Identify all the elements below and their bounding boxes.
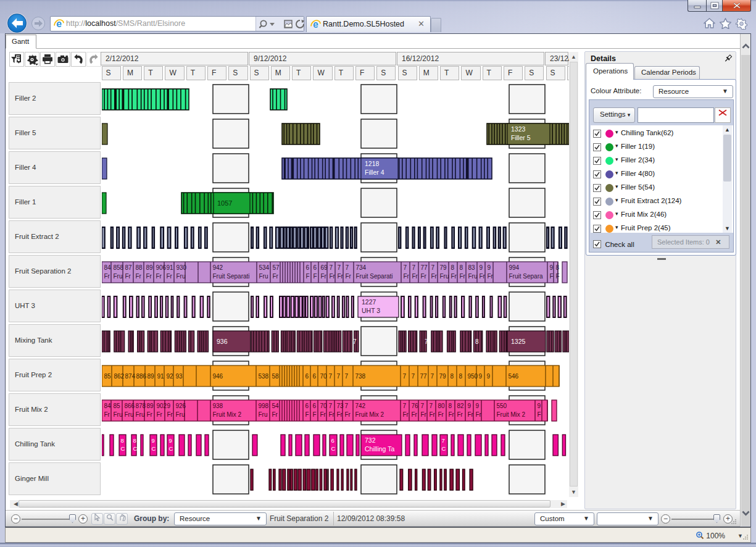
svg-text:77: 77 xyxy=(421,264,428,271)
svg-text:Fru: Fru xyxy=(468,273,478,280)
svg-text:942: 942 xyxy=(213,264,223,271)
svg-text:C: C xyxy=(133,445,138,452)
svg-text:7: 7 xyxy=(337,373,341,380)
svg-text:6: 6 xyxy=(313,373,317,380)
svg-text:Fr: Fr xyxy=(272,411,278,418)
svg-text:742: 742 xyxy=(355,403,366,409)
svg-text:F: F xyxy=(306,273,310,280)
svg-text:998: 998 xyxy=(259,403,269,409)
svg-text:886: 886 xyxy=(136,373,147,380)
svg-text:Filler 4: Filler 4 xyxy=(365,169,384,176)
svg-text:7: 7 xyxy=(404,264,407,271)
svg-text:69: 69 xyxy=(321,264,328,271)
svg-text:91: 91 xyxy=(167,264,174,271)
svg-text:Fr: Fr xyxy=(488,273,494,280)
svg-text:UHT 3: UHT 3 xyxy=(362,307,380,314)
svg-text:9: 9 xyxy=(152,437,155,444)
svg-text:Fr: Fr xyxy=(125,273,131,280)
svg-text:84: 84 xyxy=(104,403,112,409)
svg-text:8: 8 xyxy=(451,264,455,271)
svg-text:Fru: Fru xyxy=(177,273,186,280)
svg-text:91: 91 xyxy=(157,373,165,380)
svg-text:Fr: Fr xyxy=(338,273,344,280)
svg-text:7: 7 xyxy=(329,373,333,380)
svg-text:F: F xyxy=(305,411,309,418)
svg-text:Fru: Fru xyxy=(259,273,268,280)
svg-text:9: 9 xyxy=(488,264,491,271)
svg-text:70: 70 xyxy=(320,373,328,380)
svg-text:79: 79 xyxy=(440,264,447,271)
svg-text:7: 7 xyxy=(403,373,407,380)
svg-text:1057: 1057 xyxy=(217,199,232,207)
svg-text:926: 926 xyxy=(176,403,186,409)
svg-text:994: 994 xyxy=(509,264,520,271)
svg-text:Fr: Fr xyxy=(337,411,343,418)
svg-text:Filler 5: Filler 5 xyxy=(511,134,531,141)
svg-text:Fr: Fr xyxy=(167,273,173,280)
svg-text:8: 8 xyxy=(451,373,454,380)
svg-text:Fr: Fr xyxy=(431,273,438,280)
svg-text:73: 73 xyxy=(337,403,344,409)
svg-text:88: 88 xyxy=(136,264,143,271)
svg-text:6: 6 xyxy=(306,264,310,271)
svg-text:77: 77 xyxy=(420,373,428,380)
svg-text:89: 89 xyxy=(147,403,154,409)
svg-text:Fru: Fru xyxy=(125,411,134,418)
svg-text:Fr: Fr xyxy=(156,273,162,280)
svg-text:Fru: Fru xyxy=(114,273,123,280)
svg-text:6: 6 xyxy=(305,403,309,409)
svg-text:6: 6 xyxy=(305,373,309,380)
svg-text:Chilling Ta: Chilling Ta xyxy=(365,445,394,453)
svg-text:734: 734 xyxy=(356,264,367,271)
svg-text:Fr: Fr xyxy=(421,273,427,280)
svg-text:Fr: Fr xyxy=(476,411,482,418)
svg-text:Fr: Fr xyxy=(430,411,436,418)
svg-text:9: 9 xyxy=(480,264,483,271)
svg-text:83: 83 xyxy=(468,264,476,271)
svg-text:858: 858 xyxy=(114,264,124,271)
svg-text:Fr: Fr xyxy=(460,273,466,280)
svg-text:Fr: Fr xyxy=(480,273,486,280)
svg-text:Fru: Fru xyxy=(440,273,449,280)
svg-text:Fr: Fr xyxy=(412,273,418,280)
svg-text:Fr: Fr xyxy=(421,411,427,418)
svg-text:Fruit Separati: Fruit Separati xyxy=(213,273,250,280)
svg-text:Fru: Fru xyxy=(259,411,268,418)
svg-text:70: 70 xyxy=(320,403,328,409)
svg-text:93: 93 xyxy=(176,373,183,380)
svg-text:F: F xyxy=(314,273,317,280)
svg-text:C: C xyxy=(121,445,125,452)
svg-text:950: 950 xyxy=(468,373,478,380)
svg-text:58: 58 xyxy=(272,373,280,380)
svg-text:8: 8 xyxy=(460,264,463,271)
svg-text:9: 9 xyxy=(167,403,171,409)
svg-text:C: C xyxy=(152,445,156,452)
svg-text:7: 7 xyxy=(330,264,333,271)
svg-text:902: 902 xyxy=(157,403,167,409)
svg-text:Fr: Fr xyxy=(404,273,410,280)
svg-text:Fru: Fru xyxy=(136,411,145,418)
svg-text:Fr: Fr xyxy=(412,411,418,418)
svg-text:80: 80 xyxy=(438,403,446,409)
svg-text:7: 7 xyxy=(431,373,434,380)
svg-text:79: 79 xyxy=(439,373,447,380)
svg-text:546: 546 xyxy=(509,373,519,380)
svg-text:7: 7 xyxy=(346,264,349,271)
svg-text:84: 84 xyxy=(104,264,112,271)
svg-text:8: 8 xyxy=(133,437,136,444)
svg-text:Fr: Fr xyxy=(104,273,110,280)
svg-text:Fruit Separati: Fruit Separati xyxy=(356,273,393,280)
svg-text:6: 6 xyxy=(313,403,317,409)
svg-text:7: 7 xyxy=(431,264,435,271)
svg-text:8: 8 xyxy=(475,338,479,345)
svg-text:85: 85 xyxy=(104,373,112,380)
svg-text:Fr: Fr xyxy=(320,411,326,418)
svg-text:85: 85 xyxy=(114,403,121,409)
svg-text:8: 8 xyxy=(459,373,463,380)
svg-text:F: F xyxy=(550,273,554,280)
svg-text:6: 6 xyxy=(314,264,317,271)
svg-text:Fruit Mix 2: Fruit Mix 2 xyxy=(355,411,384,418)
svg-text:1325: 1325 xyxy=(511,338,526,345)
svg-text:930: 930 xyxy=(177,264,187,271)
svg-text:9: 9 xyxy=(476,403,480,409)
